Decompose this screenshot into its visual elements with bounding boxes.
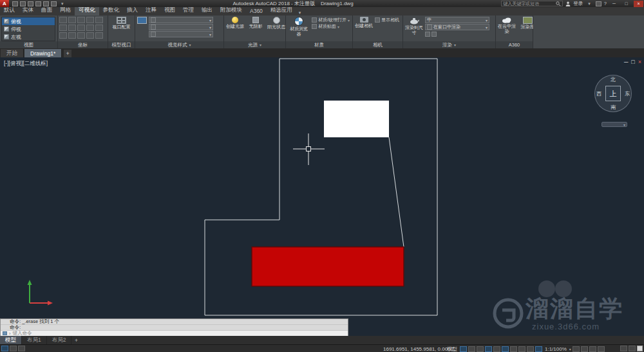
layout-tab-layout1[interactable]: 布局1 [22, 336, 47, 344]
visual-style-button[interactable] [137, 17, 147, 24]
redo-icon[interactable] [51, 1, 57, 6]
annotation-monitor-icon[interactable] [598, 346, 605, 352]
layout-tab-model[interactable]: 模型 [0, 336, 22, 344]
drawing-area[interactable]: [-][俯视][二维线框] ─ □ × 北 南 西 东 上 ▾ 溜溜自学 zix… [0, 57, 644, 336]
panel-label-camera[interactable]: 相机 [353, 41, 402, 48]
isolate-objects-icon[interactable] [620, 346, 627, 351]
minimize-button[interactable]: ─ [609, 1, 619, 7]
ucs-tool-icon[interactable] [95, 17, 103, 23]
ucs-tool-icon[interactable] [68, 32, 76, 39]
ucs-tool-icon[interactable] [86, 24, 94, 31]
user-icon[interactable] [565, 1, 571, 6]
ribbon-tab-solid[interactable]: 实体 [19, 6, 37, 15]
snap-icon[interactable] [468, 346, 475, 352]
red-rectangle[interactable] [252, 247, 404, 286]
save-icon[interactable] [28, 1, 33, 6]
create-light-button[interactable]: 创建光源 [225, 17, 245, 29]
search-icon[interactable] [556, 1, 561, 6]
ucs-tool-icon[interactable] [59, 24, 67, 31]
viewport-close-button[interactable]: × [638, 59, 641, 65]
visual-style-dropdown[interactable]: ▾ [149, 17, 213, 23]
panel-label-coordinates[interactable]: 坐标 [58, 41, 108, 48]
new-layout-button[interactable]: + [71, 336, 80, 344]
material-browser-button[interactable]: 材质浏览器 [287, 17, 310, 36]
ucs-tool-icon[interactable] [68, 17, 76, 23]
viewcube[interactable]: 北 南 西 东 上 [590, 70, 636, 117]
viewcube-ucs-menu[interactable]: ▾ [601, 122, 627, 127]
annotation-scale-caret-icon[interactable]: ▾ [569, 347, 571, 351]
ribbon-tab-default[interactable]: 默认 [0, 6, 19, 15]
new-file-icon[interactable] [12, 1, 18, 6]
render-to-size-button[interactable]: 渲染到尺寸 [404, 17, 424, 35]
material-texture-toggle[interactable]: 材质/纹理打开▾ [312, 17, 350, 23]
sun-status-button[interactable]: 阳光状态 [267, 17, 286, 30]
create-camera-button[interactable]: 创建相机 [354, 17, 374, 28]
help-icon[interactable]: ? [604, 1, 607, 6]
ucs-tool-icon[interactable] [59, 17, 67, 23]
command-line-palette[interactable]: 命令: _.erase 找到 1 个 命令: › 键入命令 [0, 318, 348, 336]
model-paper-toggle-icon[interactable] [1, 346, 8, 351]
material-mapping-button[interactable]: 材质贴图▾ [312, 23, 350, 30]
sign-in-caret-icon[interactable]: ▾ [585, 1, 593, 6]
isodraft-icon[interactable] [493, 346, 500, 352]
new-drawing-tab-button[interactable]: + [64, 50, 71, 57]
viewcube-top-face[interactable]: 上 [605, 86, 621, 101]
autocad-logo-icon[interactable]: A [0, 0, 9, 7]
command-input[interactable]: › 键入命令 [1, 331, 348, 336]
panel-label-a360[interactable]: A360 [496, 41, 533, 48]
ortho-icon[interactable] [477, 346, 484, 352]
grid-icon[interactable] [460, 346, 467, 352]
ribbon-tab-manage[interactable]: 管理 [179, 6, 198, 15]
ribbon-tab-view[interactable]: 视图 [160, 6, 179, 15]
view-item-bottom[interactable]: 仰视 [2, 25, 55, 33]
model-space-label[interactable]: 模型 [446, 346, 459, 352]
viewcube-south-label[interactable]: 南 [611, 104, 616, 111]
clean-screen-button[interactable] [637, 346, 643, 351]
polar-tracking-icon[interactable] [485, 346, 492, 352]
show-camera-toggle[interactable]: 显示相机 [375, 17, 399, 23]
ucs-tool-icon[interactable] [86, 32, 94, 39]
no-shadow-button[interactable]: 无阴影 [246, 17, 265, 29]
ucs-tool-icon[interactable] [77, 17, 85, 23]
view-item-left[interactable]: 左视 [2, 33, 55, 41]
workspace-gear-icon[interactable] [589, 346, 596, 352]
view-item-top[interactable]: 俯视 [2, 17, 55, 25]
lineweight-icon[interactable] [510, 346, 517, 352]
restore-button[interactable]: □ [621, 1, 631, 7]
panel-label-render[interactable]: 渲染 ▾ [403, 41, 495, 48]
search-input[interactable]: 键入关键字或短语 [501, 1, 563, 6]
ribbon-tab-visualize[interactable]: 可视化 [75, 6, 99, 15]
ucs-tool-icon[interactable] [77, 24, 85, 31]
ucs-tool-icon[interactable] [95, 24, 103, 31]
panel-label-materials[interactable]: 材质 [286, 41, 352, 48]
ucs-tool-icon[interactable] [59, 32, 67, 39]
panel-label-visual-styles[interactable]: 视觉样式 ▾ [135, 41, 223, 48]
slanted-line[interactable] [389, 137, 404, 247]
graphics-performance-icon[interactable] [629, 346, 636, 351]
viewport-configuration-button[interactable]: 视口配置 [112, 17, 131, 30]
ribbon-tab-surface[interactable]: 曲面 [37, 6, 56, 15]
layout-tab-layout2[interactable]: 布局2 [47, 336, 72, 344]
viewcube-north-label[interactable]: 北 [611, 76, 616, 83]
file-tab-drawing1[interactable]: Drawing1* [24, 49, 62, 57]
face-style-dropdown[interactable]: ▾ [149, 24, 213, 30]
autoscale-icon[interactable] [581, 346, 588, 352]
undo-icon[interactable] [43, 1, 49, 6]
panel-label-lights[interactable]: 光源 ▾ [224, 41, 285, 48]
qat-customize-icon[interactable]: ▾ [59, 1, 66, 6]
ribbon-tab-output[interactable]: 输出 [198, 6, 216, 15]
ribbon-tab-insert[interactable]: 插入 [123, 6, 142, 15]
ucs-tool-icon[interactable] [95, 32, 103, 39]
ribbon-tab-annotate[interactable]: 注释 [142, 6, 160, 15]
selection-cycling-icon[interactable] [527, 346, 534, 352]
viewport-minimize-button[interactable]: ─ [624, 59, 628, 65]
ucs-tool-icon[interactable] [68, 24, 76, 31]
panel-label-views[interactable]: 视图 [0, 41, 57, 48]
plot-icon[interactable] [35, 1, 41, 6]
viewport-restore-button[interactable]: □ [631, 59, 634, 65]
ribbon-tab-featured-apps[interactable]: 精选应用 [267, 6, 296, 15]
edge-style-dropdown[interactable]: ▾ [149, 31, 213, 37]
ribbon-tab-a360[interactable]: A360 [246, 7, 267, 15]
ucs-tool-icon[interactable] [77, 32, 85, 39]
grid-display-icon[interactable] [10, 346, 17, 351]
